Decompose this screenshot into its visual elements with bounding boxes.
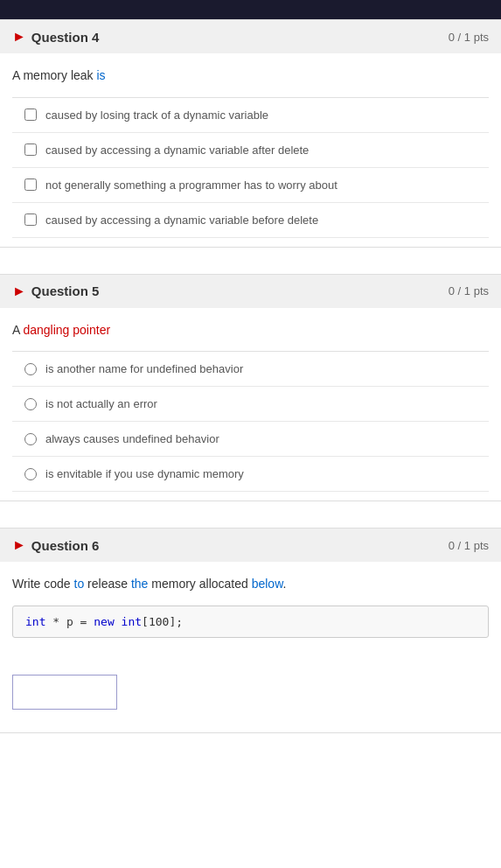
question-6-body: Write code to release the memory allocat…	[0, 562, 501, 659]
question-5-block: ► Question 5 0 / 1 pts A dangling pointe…	[0, 274, 501, 502]
top-bar	[0, 0, 501, 19]
q5-radio-2[interactable]	[24, 398, 37, 410]
q5-option-2-text: is not actually an error	[45, 397, 157, 410]
q4-checkbox-2[interactable]	[24, 144, 37, 156]
q5-radio-4[interactable]	[24, 468, 37, 480]
question-6-arrow: ►	[12, 537, 26, 553]
question-4-prompt: A memory leak is	[12, 67, 489, 85]
q4-option-4[interactable]: caused by accessing a dynamic variable b…	[12, 203, 489, 238]
question-4-header: ► Question 4 0 / 1 pts	[0, 20, 501, 53]
question-6-header: ► Question 6 0 / 1 pts	[0, 528, 501, 562]
q4-option-2[interactable]: caused by accessing a dynamic variable a…	[12, 133, 489, 168]
q5-radio-1[interactable]	[24, 363, 37, 375]
question-6-title: ► Question 6	[12, 537, 99, 553]
question-6-prompt: Write code to release the memory allocat…	[12, 576, 489, 593]
spacer-1	[0, 248, 501, 274]
q4-option-1-text: caused by losing track of a dynamic vari…	[45, 108, 268, 122]
question-6-block: ► Question 6 0 / 1 pts Write code to rel…	[0, 528, 501, 733]
q4-option-2-text: caused by accessing a dynamic variable a…	[45, 144, 309, 157]
q5-option-4-text: is envitable if you use dynamic memory	[45, 467, 244, 480]
q5-option-1-text: is another name for undefined behavior	[45, 362, 243, 375]
q4-prompt-highlight: is	[96, 68, 105, 82]
q5-option-2[interactable]: is not actually an error	[12, 387, 489, 422]
q4-option-3[interactable]: not generally something a programmer has…	[12, 168, 489, 203]
question-6-footer	[0, 659, 501, 732]
q4-option-4-text: caused by accessing a dynamic variable b…	[45, 214, 318, 227]
question-4-arrow: ►	[12, 29, 26, 45]
q5-option-1[interactable]: is another name for undefined behavior	[12, 352, 489, 387]
question-6-code: int * p = new int[100];	[12, 606, 489, 638]
q4-checkbox-1[interactable]	[24, 108, 37, 121]
question-4-label: Question 4	[31, 30, 100, 45]
q5-radio-3[interactable]	[24, 433, 37, 445]
question-6-label: Question 6	[31, 538, 100, 553]
question-5-body: A dangling pointer is another name for u…	[0, 308, 501, 501]
question-4-options: caused by losing track of a dynamic vari…	[12, 97, 489, 238]
q4-option-3-text: not generally something a programmer has…	[45, 178, 337, 192]
q6-answer-input[interactable]	[12, 675, 117, 710]
question-5-options: is another name for undefined behavior i…	[12, 351, 489, 492]
q4-checkbox-4[interactable]	[24, 214, 37, 226]
q5-option-3[interactable]: always causes undefined behavior	[12, 422, 489, 457]
question-5-arrow: ►	[12, 284, 26, 299]
q5-option-3-text: always causes undefined behavior	[45, 432, 219, 445]
question-5-prompt: A dangling pointer	[12, 322, 489, 340]
question-4-body: A memory leak is caused by losing track …	[0, 53, 501, 247]
question-5-pts: 0 / 1 pts	[449, 284, 489, 298]
question-4-title: ► Question 4	[12, 29, 99, 45]
question-5-title: ► Question 5	[12, 284, 99, 299]
q4-option-1[interactable]: caused by losing track of a dynamic vari…	[12, 98, 489, 133]
spacer-2	[0, 501, 501, 528]
q5-prompt-highlight: dangling pointer	[23, 323, 110, 337]
question-4-pts: 0 / 1 pts	[449, 31, 489, 44]
question-6-pts: 0 / 1 pts	[449, 539, 489, 552]
question-5-label: Question 5	[31, 284, 100, 298]
question-5-header: ► Question 5 0 / 1 pts	[0, 275, 501, 308]
q4-checkbox-3[interactable]	[24, 178, 37, 191]
question-4-block: ► Question 4 0 / 1 pts A memory leak is …	[0, 19, 501, 248]
q5-option-4[interactable]: is envitable if you use dynamic memory	[12, 457, 489, 492]
